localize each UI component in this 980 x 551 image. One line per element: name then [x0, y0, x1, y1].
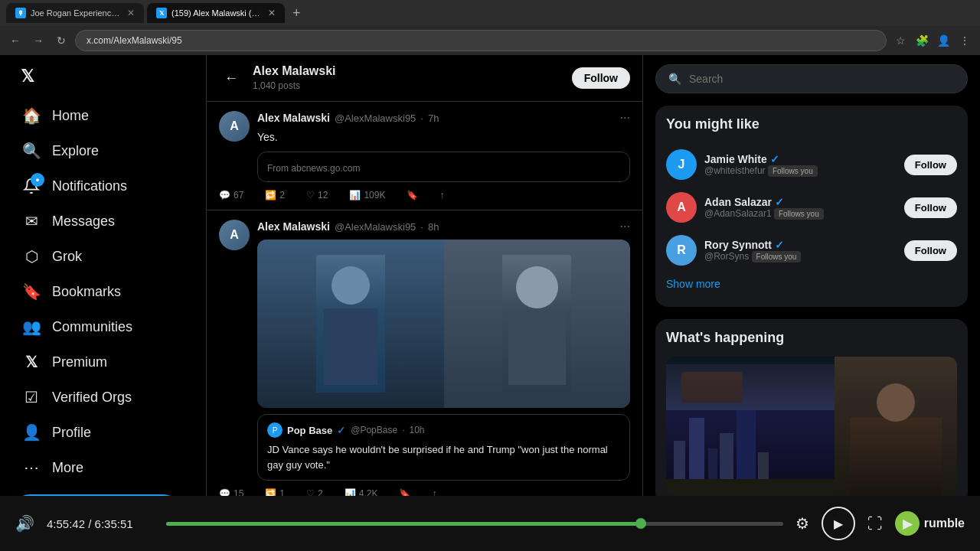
- new-tab-button[interactable]: +: [288, 4, 305, 23]
- quoted-author: Pop Base: [287, 425, 332, 436]
- browser-chrome: 🎙 Joe Rogan Experience #2221 -... ✕ 𝕏 (1…: [0, 0, 980, 55]
- sidebar-item-premium[interactable]: 𝕏 Premium: [12, 344, 194, 380]
- quoted-time: 10h: [409, 425, 424, 435]
- player-time-display: 4:55:42 / 6:35:51: [47, 517, 154, 530]
- bookmark-icon: 🔖: [407, 190, 418, 201]
- address-text: x.com/AlexMalawski/95: [87, 35, 182, 46]
- suggestion-3-name: Rory Synnott ✓: [704, 239, 897, 251]
- back-button[interactable]: ←: [6, 31, 24, 50]
- tweet-2-author: Alex Malawski: [257, 220, 330, 233]
- suggestion-3-avatar: R: [666, 235, 697, 266]
- rumble-logo[interactable]: ▶ rumble: [895, 511, 965, 536]
- tweet-2-handle: @AlexMalawski95: [335, 221, 416, 233]
- tweet-1-bookmark[interactable]: 🔖: [407, 190, 418, 201]
- volume-icon[interactable]: 🔊: [15, 514, 34, 533]
- tweet-2-header: A Alex Malawski @AlexMalawski95 · 8h ···: [219, 220, 630, 481]
- show-more-button[interactable]: Show more: [666, 272, 957, 296]
- more-icon: ⋯: [21, 458, 41, 478]
- player-progress-bar[interactable]: [166, 522, 783, 526]
- sidebar-item-home[interactable]: 🏠 Home: [12, 98, 194, 133]
- browser-tab-1[interactable]: 🎙 Joe Rogan Experience #2221 -... ✕: [6, 3, 144, 23]
- player-progress-dot: [635, 518, 646, 529]
- player-play-button[interactable]: ▶: [822, 507, 855, 540]
- extension-button[interactable]: 🧩: [913, 31, 931, 50]
- sidebar-item-explore[interactable]: 🔍 Explore: [12, 133, 194, 168]
- tab1-favicon: 🎙: [15, 8, 26, 18]
- sidebar-item-notifications[interactable]: ● Notifications: [12, 168, 194, 204]
- suggestion-3-follow-button[interactable]: Follow: [904, 240, 957, 261]
- x-logo[interactable]: 𝕏: [12, 61, 43, 92]
- sidebar-profile-label: Profile: [52, 425, 91, 441]
- profile-follow-button[interactable]: Follow: [572, 67, 630, 89]
- quoted-verified-badge: ✓: [337, 424, 346, 436]
- player-settings-icon[interactable]: ⚙: [795, 514, 809, 533]
- tweet-2-quote[interactable]: P Pop Base ✓ @PopBase · 10h JD Vance say…: [257, 414, 630, 481]
- you-might-like-title: You might like: [666, 116, 957, 132]
- retweet-icon: 🔁: [265, 190, 276, 201]
- tab1-close[interactable]: ✕: [127, 8, 135, 18]
- tweet-1-reply[interactable]: 💬 67: [219, 190, 243, 201]
- suggestion-1-handle: @whiteisthefur Follows you: [704, 165, 897, 176]
- sidebar-item-grok[interactable]: ⬡ Grok: [12, 239, 194, 274]
- tweet-2-more-button[interactable]: ···: [620, 220, 630, 233]
- suggestion-1-verified: ✓: [770, 153, 779, 165]
- tweet-1-actions: 💬 67 🔁 2 ♡ 12 📊 109K 🔖: [219, 190, 630, 201]
- suggestion-2-handle: @AdanSalazar1 Follows you: [704, 208, 897, 219]
- sidebar-grok-label: Grok: [52, 249, 82, 265]
- views-icon: 📊: [349, 190, 361, 201]
- sidebar-item-more[interactable]: ⋯ More: [12, 450, 194, 485]
- tweet-1-retweet[interactable]: 🔁 2: [265, 190, 285, 201]
- profile-button[interactable]: 👤: [934, 31, 952, 50]
- sidebar-item-messages[interactable]: ✉ Messages: [12, 204, 194, 239]
- tweet-1-handle: @AlexMalawski95: [335, 112, 416, 124]
- profile-header: ← Alex Malawski 1,040 posts Follow: [207, 55, 642, 102]
- player-expand-icon[interactable]: ⛶: [867, 515, 883, 533]
- forward-button[interactable]: →: [29, 31, 47, 50]
- reload-button[interactable]: ↻: [52, 31, 70, 50]
- tweet-1-views-count: 109K: [364, 190, 385, 201]
- browser-tab-2[interactable]: 𝕏 (159) Alex Malawski (@AlexMi... ✕: [147, 3, 285, 23]
- search-box[interactable]: 🔍: [655, 64, 968, 93]
- bookmark-star-button[interactable]: ☆: [891, 31, 910, 50]
- player-progress-fill: [166, 522, 641, 526]
- address-bar[interactable]: x.com/AlexMalawski/95: [75, 30, 887, 51]
- like-icon: ♡: [306, 190, 315, 201]
- image-right-half: [444, 240, 631, 408]
- tweet-1-more-button[interactable]: ···: [620, 111, 630, 125]
- sidebar-item-verified-orgs[interactable]: ☑ Verified Orgs: [12, 380, 194, 415]
- tweet-1-avatar: A: [219, 111, 250, 142]
- tweet-2[interactable]: A Alex Malawski @AlexMalawski95 · 8h ···: [207, 210, 642, 509]
- tweet-1-dot: ·: [420, 112, 423, 124]
- search-input[interactable]: [689, 73, 955, 85]
- happening-video-thumbnail[interactable]: [666, 357, 957, 494]
- back-button[interactable]: ←: [219, 66, 243, 90]
- suggestion-1-name: Jamie White ✓: [704, 153, 897, 165]
- quoted-text: JD Vance says he wouldn't be surprised i…: [267, 442, 620, 472]
- sidebar-more-label: More: [52, 460, 83, 476]
- grok-icon: ⬡: [21, 246, 41, 266]
- sidebar-item-profile[interactable]: 👤 Profile: [12, 415, 194, 450]
- video-left-panel: [666, 357, 835, 494]
- tweet-1-source: From abcnews.go.com: [267, 163, 620, 174]
- sidebar-item-bookmarks[interactable]: 🔖 Bookmarks: [12, 274, 194, 309]
- tweet-1-views[interactable]: 📊 109K: [349, 190, 385, 201]
- sidebar-item-communities[interactable]: 👥 Communities: [12, 309, 194, 344]
- suggestion-1-follow-button[interactable]: Follow: [904, 155, 957, 175]
- tweet-1-author: Alex Malawski: [257, 112, 330, 124]
- quoted-author-row: P Pop Base ✓ @PopBase · 10h: [267, 422, 620, 438]
- image-left-half: [257, 240, 444, 408]
- sidebar-home-label: Home: [52, 108, 89, 124]
- tweet-1-like[interactable]: ♡ 12: [306, 190, 328, 201]
- tweet-1-quote[interactable]: From abcnews.go.com: [257, 152, 630, 182]
- suggestion-1-avatar: J: [666, 149, 697, 180]
- tweet-1[interactable]: A Alex Malawski @AlexMalawski95 · 7h ···…: [207, 102, 642, 210]
- whats-happening-section: What's happening: [655, 319, 968, 505]
- suggestion-2-follow-button[interactable]: Follow: [904, 197, 957, 218]
- tweet-1-share[interactable]: ↑: [439, 190, 444, 201]
- tweet-2-image: [257, 240, 630, 408]
- messages-icon: ✉: [21, 211, 41, 231]
- main-content: 𝕏 🏠 Home 🔍 Explore ● Notifications ✉ Mes…: [0, 55, 980, 551]
- tab2-close[interactable]: ✕: [268, 8, 276, 18]
- menu-button[interactable]: ⋮: [956, 31, 974, 50]
- video-player: 🔊 4:55:42 / 6:35:51 ⚙ ▶ ⛶ ▶ rumble: [0, 496, 980, 551]
